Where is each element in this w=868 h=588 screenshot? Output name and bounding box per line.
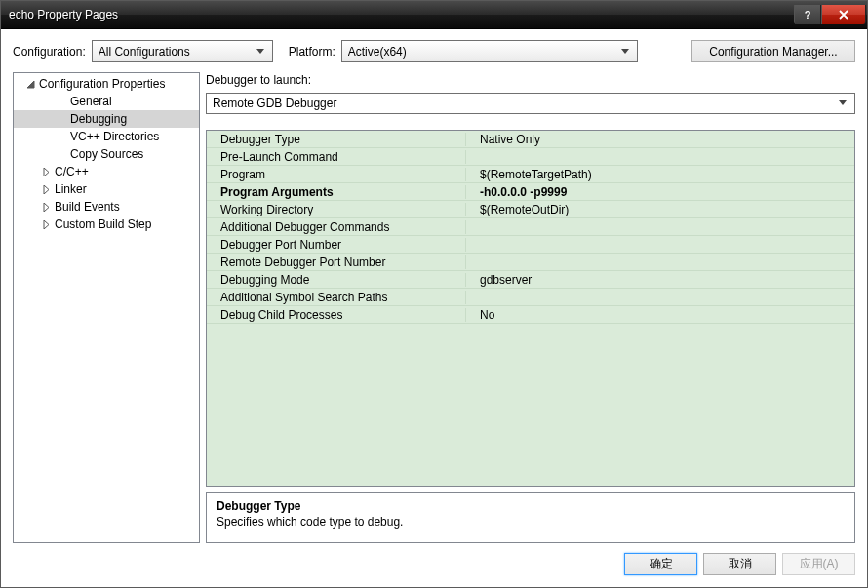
tree-item[interactable]: Linker	[14, 180, 199, 198]
tree-label: Custom Build Step	[53, 217, 151, 231]
main-area: Configuration Properties GeneralDebuggin…	[13, 72, 855, 543]
description-title: Debugger Type	[217, 499, 845, 513]
tree-label: VC++ Directories	[68, 130, 159, 143]
property-row[interactable]: Debugging Modegdbserver	[207, 271, 854, 289]
property-name: Debugger Type	[207, 133, 466, 146]
cancel-button[interactable]: 取消	[703, 553, 776, 575]
property-value[interactable]: $(RemoteOutDir)	[466, 203, 854, 216]
chevron-down-icon	[253, 49, 268, 55]
close-button[interactable]	[821, 5, 866, 24]
tree-item[interactable]: VC++ Directories	[14, 128, 199, 145]
ok-button[interactable]: 确定	[624, 553, 697, 575]
property-name: Working Directory	[207, 203, 466, 216]
debugger-launch-label: Debugger to launch:	[206, 73, 855, 87]
apply-button[interactable]: 应用(A)	[782, 553, 855, 575]
debugger-launch-value: Remote GDB Debugger	[213, 97, 835, 110]
property-value[interactable]: Native Only	[466, 133, 854, 146]
properties-panel: Debugger to launch: Remote GDB Debugger …	[206, 72, 855, 543]
property-row[interactable]: Program$(RemoteTargetPath)	[207, 166, 854, 183]
property-name: Remote Debugger Port Number	[207, 255, 466, 269]
configuration-label: Configuration:	[13, 45, 86, 59]
tree-label: Linker	[53, 182, 87, 196]
chevron-down-icon	[835, 100, 850, 106]
tree-label: C/C++	[53, 165, 89, 178]
property-value[interactable]: gdbserver	[466, 273, 854, 287]
property-name: Additional Symbol Search Paths	[207, 291, 466, 304]
titlebar[interactable]: echo Property Pages ?	[1, 1, 867, 29]
property-value[interactable]: -h0.0.0.0 -p9999	[466, 185, 854, 199]
expander-open-icon[interactable]	[23, 80, 37, 89]
tree-item[interactable]: Copy Sources	[14, 145, 199, 163]
tree-label: General	[68, 95, 112, 108]
debugger-launch-combo[interactable]: Remote GDB Debugger	[206, 93, 855, 114]
property-name: Program Arguments	[207, 185, 466, 199]
platform-combo[interactable]: Active(x64)	[341, 40, 638, 62]
configuration-manager-button[interactable]: Configuration Manager...	[691, 40, 855, 62]
tree-label: Copy Sources	[68, 147, 143, 161]
tree-item[interactable]: General	[14, 93, 199, 110]
property-name: Debugging Mode	[207, 273, 466, 287]
property-name: Pre-Launch Command	[207, 150, 466, 164]
configuration-manager-label: Configuration Manager...	[709, 45, 837, 59]
platform-label: Platform:	[289, 45, 335, 59]
description-box: Debugger Type Specifies which code type …	[206, 492, 855, 543]
expander-closed-icon[interactable]	[39, 203, 53, 212]
description-text: Specifies which code type to debug.	[217, 515, 845, 529]
svg-text:?: ?	[805, 9, 811, 20]
window-frame: echo Property Pages ? Configuration: All…	[0, 0, 868, 588]
config-bar: Configuration: All Configurations Platfo…	[13, 40, 855, 62]
content-area: Configuration: All Configurations Platfo…	[1, 29, 867, 587]
window-title: echo Property Pages	[9, 8, 794, 21]
configuration-value: All Configurations	[99, 45, 253, 59]
tree-item[interactable]: Debugging	[14, 110, 199, 128]
tree-item[interactable]: Build Events	[14, 198, 199, 216]
chevron-down-icon	[617, 49, 633, 55]
expander-closed-icon[interactable]	[39, 185, 53, 194]
tree-item[interactable]: Custom Build Step	[14, 216, 199, 233]
close-icon	[838, 9, 849, 20]
tree-label: Build Events	[53, 200, 120, 214]
property-grid[interactable]: Debugger TypeNative OnlyPre-Launch Comma…	[206, 130, 855, 487]
property-value[interactable]: No	[466, 308, 854, 322]
property-value[interactable]: $(RemoteTargetPath)	[466, 168, 854, 181]
property-row[interactable]: Pre-Launch Command	[207, 148, 854, 166]
property-name: Additional Debugger Commands	[207, 220, 466, 234]
tree-label: Configuration Properties	[37, 77, 165, 91]
tree-item-root[interactable]: Configuration Properties	[14, 75, 199, 93]
configuration-combo[interactable]: All Configurations	[92, 40, 273, 62]
property-row[interactable]: Debugger TypeNative Only	[207, 131, 854, 148]
property-name: Program	[207, 168, 466, 181]
property-row[interactable]: Working Directory$(RemoteOutDir)	[207, 201, 854, 218]
property-tree[interactable]: Configuration Properties GeneralDebuggin…	[13, 72, 200, 543]
expander-closed-icon[interactable]	[39, 168, 53, 176]
property-row[interactable]: Program Arguments-h0.0.0.0 -p9999	[207, 183, 854, 201]
property-row[interactable]: Debugger Port Number	[207, 236, 854, 254]
tree-item[interactable]: C/C++	[14, 163, 199, 180]
property-row[interactable]: Additional Debugger Commands	[207, 218, 854, 236]
window-controls: ?	[794, 5, 866, 24]
platform-value: Active(x64)	[348, 45, 617, 59]
expander-closed-icon[interactable]	[39, 220, 53, 229]
tree-label: Debugging	[68, 112, 127, 126]
help-button[interactable]: ?	[794, 5, 821, 24]
property-row[interactable]: Additional Symbol Search Paths	[207, 289, 854, 306]
property-name: Debugger Port Number	[207, 238, 466, 252]
property-row[interactable]: Remote Debugger Port Number	[207, 254, 854, 271]
property-row[interactable]: Debug Child ProcessesNo	[207, 306, 854, 324]
property-name: Debug Child Processes	[207, 308, 466, 322]
dialog-buttons: 确定 取消 应用(A)	[13, 553, 855, 575]
help-icon: ?	[802, 9, 813, 20]
